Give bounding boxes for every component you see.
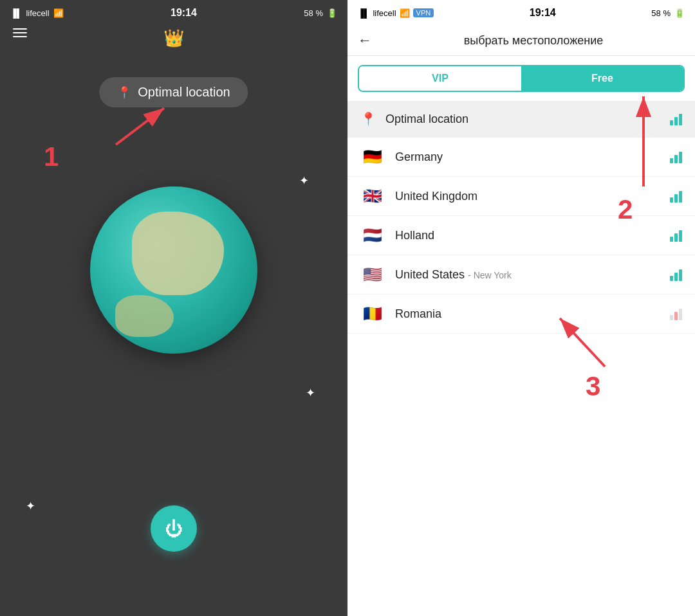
signal-romania: [670, 307, 682, 320]
svg-text:1: 1: [44, 141, 59, 172]
location-list: 📍 Optimal location 🇩🇪 Germany 🇬🇧 United …: [348, 101, 695, 616]
star-decoration-3: ✦: [26, 499, 35, 513]
flag-romania: 🇷🇴: [360, 305, 385, 323]
signal-us: [670, 268, 682, 281]
location-name-uk: United Kingdom: [395, 190, 670, 203]
signal-bars-right: ▐▌: [358, 8, 369, 18]
location-name-holland: Holland: [395, 229, 670, 242]
time-left: 19:14: [171, 7, 197, 19]
vip-crown-icon[interactable]: 👑: [163, 28, 184, 48]
location-item-us[interactable]: 🇺🇸 United States - New York: [348, 255, 695, 294]
flag-uk: 🇬🇧: [360, 187, 385, 205]
svg-line-1: [116, 108, 164, 145]
tab-free[interactable]: Free: [521, 66, 683, 91]
wifi-icon-left: 📶: [53, 8, 64, 18]
power-icon: ⏻: [165, 518, 183, 539]
location-item-optimal[interactable]: 📍 Optimal location: [348, 101, 695, 138]
location-item-germany[interactable]: 🇩🇪 Germany: [348, 138, 695, 177]
location-pill[interactable]: 📍 Optimal location: [99, 77, 248, 107]
wifi-icon-right: 📶: [400, 8, 410, 18]
carrier-left: lifecell: [26, 8, 49, 18]
vpn-badge: VPN: [413, 8, 434, 17]
location-name-optimal: Optimal location: [385, 113, 670, 126]
location-item-romania[interactable]: 🇷🇴 Romania: [348, 294, 695, 334]
battery-icon-right: 🔋: [674, 8, 685, 18]
location-pill-text: Optimal location: [138, 85, 230, 100]
star-decoration-2: ✦: [306, 386, 315, 400]
right-header: ← выбрать местоположение: [348, 26, 695, 56]
menu-button[interactable]: [13, 28, 27, 37]
battery-right: 58 %: [651, 8, 671, 18]
back-button[interactable]: ←: [358, 32, 372, 49]
star-decoration-1: ✦: [299, 174, 309, 188]
signal-uk: [670, 190, 682, 203]
time-right: 19:14: [530, 7, 556, 19]
battery-icon-left: 🔋: [327, 8, 337, 18]
pin-icon: 📍: [117, 86, 131, 100]
flag-holland: 🇳🇱: [360, 226, 385, 244]
battery-left: 58 %: [304, 8, 323, 18]
flag-germany: 🇩🇪: [360, 148, 385, 166]
carrier-right: lifecell: [373, 8, 396, 18]
power-button[interactable]: ⏻: [151, 505, 197, 552]
flag-us: 🇺🇸: [360, 266, 385, 284]
location-sub-us: - New York: [468, 270, 512, 280]
signal-optimal: [670, 113, 682, 125]
signal-germany: [670, 150, 682, 163]
signal-bars-left: ▐▌: [10, 8, 22, 18]
location-name-us: United States - New York: [395, 268, 670, 282]
page-title: выбрать местоположение: [382, 34, 685, 48]
location-item-uk[interactable]: 🇬🇧 United Kingdom: [348, 177, 695, 216]
tab-switch: VIP Free: [358, 65, 685, 92]
tab-vip[interactable]: VIP: [359, 66, 521, 91]
location-item-holland[interactable]: 🇳🇱 Holland: [348, 216, 695, 255]
location-name-germany: Germany: [395, 150, 670, 164]
status-bar-left: ▐▌ lifecell 📶 19:14 58 % 🔋: [0, 0, 348, 26]
optimal-pin-icon: 📍: [360, 111, 376, 127]
signal-holland: [670, 229, 682, 242]
location-name-romania: Romania: [395, 307, 670, 321]
globe: [90, 186, 257, 354]
status-bar-right: ▐▌ lifecell 📶 VPN 19:14 58 % 🔋: [348, 0, 695, 26]
